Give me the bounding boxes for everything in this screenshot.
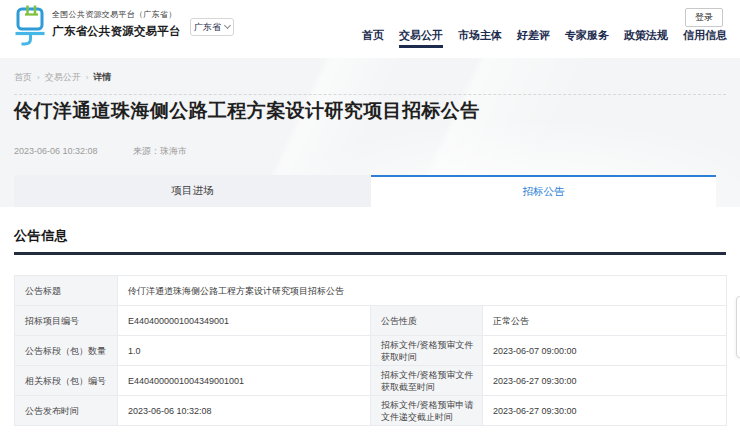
brand-provincial-line: 广东省公共资源交易平台 — [52, 24, 181, 39]
info-table-row: 公告标段（包）数量1.0招标文件/资格预审文件获取时间2023-06-07 09… — [15, 336, 727, 366]
tab-tender-notice[interactable]: 招标公告 — [371, 175, 716, 207]
nav-item-policy[interactable]: 政策法规 — [624, 29, 668, 42]
info-label-cell: 招标项目编号 — [15, 306, 118, 336]
tab-content: 公告信息 公告标题伶仃洋通道珠海侧公路工程方案设计研究项目招标公告招标项目编号E… — [0, 207, 740, 436]
info-label-cell: 相关标段（包）编号 — [15, 366, 118, 396]
info-value-cell: 2023-06-27 09:30:00 — [483, 366, 727, 396]
announcement-info-table: 公告标题伶仃洋通道珠海侧公路工程方案设计研究项目招标公告招标项目编号E44040… — [14, 275, 727, 426]
info-table-body: 公告标题伶仃洋通道珠海侧公路工程方案设计研究项目招标公告招标项目编号E44040… — [15, 276, 727, 426]
info-value-cell: 2023-06-07 09:00:00 — [483, 336, 727, 366]
tab-project-entry[interactable]: 项目进场 — [14, 175, 371, 207]
info-value-cell: 2023-06-06 10:32:08 — [118, 396, 371, 426]
info-label-cell: 公告发布时间 — [15, 396, 118, 426]
info-value-cell: 正常公告 — [483, 306, 727, 336]
publish-datetime: 2023-06-06 10:32:08 — [14, 146, 98, 156]
info-value-cell: E4404000001004349001 — [118, 306, 371, 336]
region-selector[interactable]: 广东省 — [190, 18, 234, 36]
info-value-cell: 1.0 — [118, 336, 371, 366]
brand-text: 全国公共资源交易平台（广东省） 广东省公共资源交易平台 — [52, 9, 181, 39]
info-value-cell: 2023-06-27 09:30:00 — [483, 396, 727, 426]
breadcrumb-detail: 详情 — [93, 71, 111, 84]
info-label-cell: 公告标段（包）数量 — [15, 336, 118, 366]
info-value-cell: 伶仃洋通道珠海侧公路工程方案设计研究项目招标公告 — [118, 276, 727, 306]
nav-item-credit-info[interactable]: 信用信息 — [683, 29, 727, 42]
section-title-rule — [14, 252, 726, 255]
site-header: 全国公共资源交易平台（广东省） 广东省公共资源交易平台 广东省 登录 首页交易公… — [0, 0, 740, 58]
site-logo-icon — [14, 4, 48, 48]
article-meta: 2023-06-06 10:32:08 来源：珠海市 — [14, 145, 187, 158]
info-table-row: 招标项目编号E4404000001004349001公告性质正常公告 — [15, 306, 727, 336]
breadcrumb-separator: › — [86, 73, 89, 82]
page-hero: 首页›交易公开›详情 伶仃洋通道珠海侧公路工程方案设计研究项目招标公告 2023… — [0, 58, 740, 207]
info-label-cell: 招标文件/资格预审文件获取时间 — [371, 336, 483, 366]
info-table-row: 公告发布时间2023-06-06 10:32:08投标文件/资格预审申请文件递交… — [15, 396, 727, 426]
breadcrumb: 首页›交易公开›详情 — [14, 71, 111, 84]
info-label-cell: 投标文件/资格预审申请文件递交截止时间 — [371, 396, 483, 426]
nav-item-expert-service[interactable]: 专家服务 — [565, 29, 609, 42]
info-value-cell: E4404000001004349001001 — [118, 366, 371, 396]
login-button[interactable]: 登录 — [685, 8, 723, 27]
brand-national-line: 全国公共资源交易平台（广东省） — [52, 9, 181, 20]
main-nav: 首页交易公开市场主体好差评专家服务政策法规信用信息 — [362, 29, 727, 42]
nav-item-home[interactable]: 首页 — [362, 29, 384, 42]
info-table-row: 相关标段（包）编号E4404000001004349001001招标文件/资格预… — [15, 366, 727, 396]
nav-item-trade-public[interactable]: 交易公开 — [399, 29, 443, 42]
info-label-cell: 公告标题 — [15, 276, 118, 306]
region-selector-value: 广东省 — [194, 21, 221, 34]
page-title: 伶仃洋通道珠海侧公路工程方案设计研究项目招标公告 — [14, 98, 480, 124]
chevron-down-icon — [224, 22, 231, 29]
floating-side-widget[interactable] — [736, 296, 740, 358]
breadcrumb-home[interactable]: 首页 — [14, 71, 32, 84]
breadcrumb-divider — [14, 94, 726, 95]
nav-item-market-entities[interactable]: 市场主体 — [458, 29, 502, 42]
section-title: 公告信息 — [14, 227, 68, 245]
info-label-cell: 公告性质 — [371, 306, 483, 336]
info-label-cell: 招标文件/资格预审文件获取截至时间 — [371, 366, 483, 396]
article-source: 来源：珠海市 — [133, 146, 187, 156]
breadcrumb-trade-public[interactable]: 交易公开 — [45, 71, 81, 84]
breadcrumb-separator: › — [37, 73, 40, 82]
info-table-row: 公告标题伶仃洋通道珠海侧公路工程方案设计研究项目招标公告 — [15, 276, 727, 306]
nav-item-rating[interactable]: 好差评 — [517, 29, 550, 42]
detail-tabs: 项目进场招标公告 — [14, 175, 716, 207]
